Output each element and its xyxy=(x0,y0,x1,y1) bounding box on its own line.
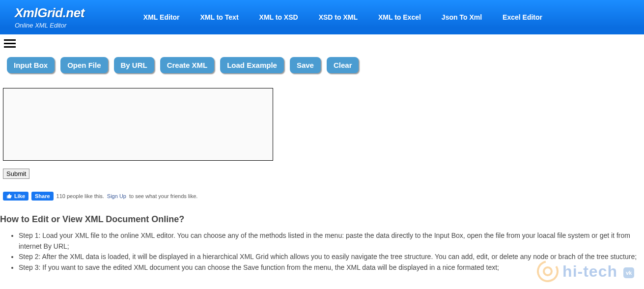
nav-xml-editor[interactable]: XML Editor xyxy=(143,13,180,21)
logo[interactable]: XmlGrid.net Online XML Editor xyxy=(15,5,84,29)
nav-xml-to-text[interactable]: XML to Text xyxy=(200,13,239,21)
header: XmlGrid.net Online XML Editor XML Editor… xyxy=(0,0,644,34)
hamburger-icon[interactable] xyxy=(0,34,644,50)
input-box-button[interactable]: Input Box xyxy=(7,57,55,73)
list-item: Step 2: After the XML data is loaded, it… xyxy=(19,252,644,262)
list-item: Step 1: Load your XML file to the online… xyxy=(19,231,644,252)
xml-input[interactable] xyxy=(3,88,273,161)
site-subtitle: Online XML Editor xyxy=(15,22,84,29)
open-file-button[interactable]: Open File xyxy=(60,57,108,73)
fb-share-label: Share xyxy=(35,193,50,199)
howto-heading: How to Edit or View XML Document Online? xyxy=(0,214,644,225)
create-xml-button[interactable]: Create XML xyxy=(160,57,215,73)
svg-rect-2 xyxy=(4,46,16,48)
nav-xml-to-xsd[interactable]: XML to XSD xyxy=(259,13,298,21)
save-button[interactable]: Save xyxy=(290,57,321,73)
nav-xsd-to-xml[interactable]: XSD to XML xyxy=(319,13,358,21)
fb-like-button[interactable]: Like xyxy=(3,192,28,201)
submit-button[interactable]: Submit xyxy=(3,169,29,179)
clear-button[interactable]: Clear xyxy=(327,57,359,73)
nav-excel-editor[interactable]: Excel Editor xyxy=(503,13,542,21)
fb-like-label: Like xyxy=(14,193,25,199)
howto-steps: Step 1: Load your XML file to the online… xyxy=(0,231,644,273)
social-bar: Like Share 110 people like this. Sign Up… xyxy=(3,192,644,201)
fb-share-button[interactable]: Share xyxy=(31,192,54,201)
toolbar: Input Box Open File By URL Create XML Lo… xyxy=(0,50,644,78)
thumb-up-icon xyxy=(6,193,12,199)
editor-area xyxy=(0,78,644,163)
nav-json-to-xml[interactable]: Json To Xml xyxy=(442,13,482,21)
main-nav: XML Editor XML to Text XML to XSD XSD to… xyxy=(143,13,542,21)
by-url-button[interactable]: By URL xyxy=(114,57,154,73)
like-count-text: 110 people like this. xyxy=(56,193,104,199)
nav-xml-to-excel[interactable]: XML to Excel xyxy=(378,13,421,21)
site-title: XmlGrid.net xyxy=(15,5,84,21)
list-item: Step 3: If you want to save the edited X… xyxy=(19,262,644,273)
svg-rect-0 xyxy=(4,39,16,41)
signup-link[interactable]: Sign Up xyxy=(107,193,126,199)
load-example-button[interactable]: Load Example xyxy=(220,57,284,73)
social-tail-text: to see what your friends like. xyxy=(129,193,197,199)
svg-rect-1 xyxy=(4,43,16,44)
